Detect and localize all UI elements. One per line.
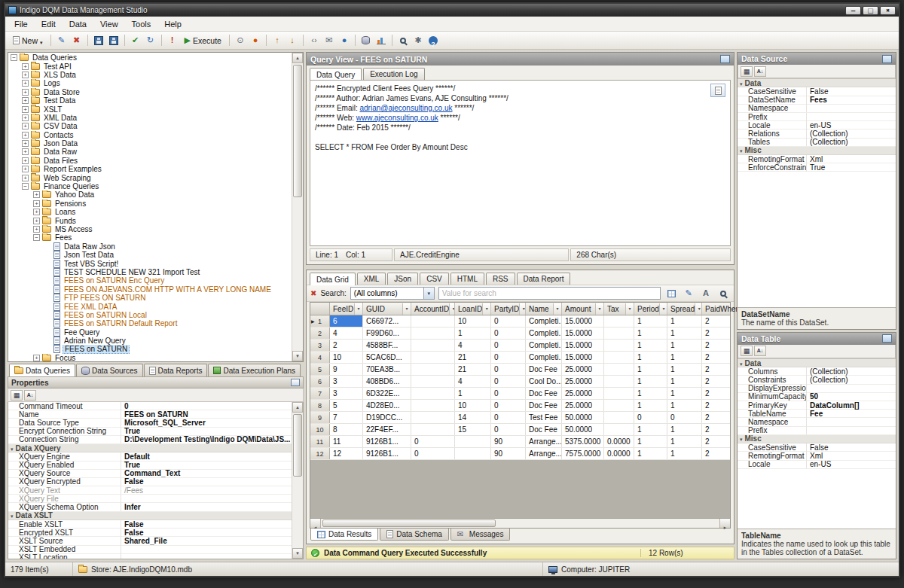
xml-icon[interactable]: ‹›	[307, 34, 321, 47]
tree-expander[interactable]: −	[22, 183, 29, 190]
grid-cell[interactable]: 1	[634, 340, 667, 351]
editor-edit-button[interactable]	[710, 84, 725, 97]
menu-data[interactable]: Data	[63, 18, 93, 30]
tree-item-yahoo-data[interactable]: +Yahoo Data	[8, 190, 292, 199]
grid-cell[interactable]: 0	[491, 376, 526, 387]
grid-cell[interactable]: 1	[667, 388, 702, 399]
grid-cell[interactable]: 4588BF...	[363, 340, 411, 351]
property-row-encrypt-connection-string[interactable]: Encrypt Connection StringTrue	[8, 428, 292, 436]
property-row-constraints[interactable]: Constraints(Collection)	[738, 376, 896, 384]
grid-cell[interactable]: 1	[634, 424, 667, 435]
tree-expander[interactable]: +	[22, 97, 29, 104]
tree-expander[interactable]: +	[22, 72, 29, 78]
grid-cell[interactable]: 2	[702, 400, 741, 411]
grid-cell[interactable]: 9	[330, 364, 363, 375]
property-row-prefix[interactable]: Prefix	[738, 427, 896, 435]
grid-cell[interactable]: 0	[491, 400, 526, 411]
row-header[interactable]: 1	[310, 315, 330, 327]
column-filter-icon[interactable]	[519, 303, 526, 315]
property-row-namespace[interactable]: Namespace	[738, 105, 896, 113]
alphabetical-icon[interactable]	[754, 346, 766, 356]
grid-cell[interactable]: Test Fee	[526, 412, 562, 423]
property-row-xslt-location[interactable]: XSLT Location	[8, 554, 292, 559]
grid-cell[interactable]: 2	[702, 364, 741, 375]
properties-panel-icon[interactable]	[291, 379, 300, 386]
tab-data-reports[interactable]: Data Reports	[144, 364, 208, 376]
grid-cell[interactable]: 1	[634, 448, 667, 459]
grid-cell[interactable]: 1	[634, 436, 667, 447]
grid-cell[interactable]: 8	[330, 424, 363, 435]
menu-edit[interactable]: Edit	[35, 18, 63, 30]
property-row-xslt-source[interactable]: XSLT SourceShared_File	[8, 537, 292, 545]
tab-html[interactable]: HTML	[450, 273, 484, 285]
scroll-thumb[interactable]	[293, 414, 302, 477]
grid-cell[interactable]: 1	[667, 340, 702, 351]
delete-icon[interactable]: ✖	[70, 34, 84, 47]
chevron-down-icon[interactable]	[423, 288, 434, 299]
property-row-casesensitive[interactable]: CaseSensitiveFalse	[738, 87, 896, 96]
categorized-icon[interactable]	[741, 346, 753, 356]
tree-expander[interactable]: +	[22, 80, 29, 87]
property-row-remotingformat[interactable]: RemotingFormatXml	[738, 452, 896, 460]
property-row-namespace[interactable]: Namespace	[738, 418, 896, 426]
column-header-guid[interactable]: GUID	[363, 303, 411, 315]
tree-expander[interactable]: +	[33, 191, 40, 198]
property-row-xquery-file[interactable]: XQuery File	[8, 495, 292, 503]
tree-expander[interactable]: +	[22, 106, 29, 113]
help-icon[interactable]	[426, 34, 440, 47]
column-filter-icon[interactable]	[402, 303, 411, 315]
alphabetical-icon[interactable]	[754, 66, 766, 77]
menu-tools[interactable]: Tools	[125, 18, 158, 30]
grid-cell[interactable]: 1	[634, 364, 667, 375]
grid-cell[interactable]: Doc Fee	[526, 400, 562, 411]
column-header-tax[interactable]: Tax	[604, 303, 634, 315]
tree-expander[interactable]: +	[33, 355, 40, 361]
scroll-track[interactable]	[321, 519, 719, 528]
tree-expander[interactable]: +	[22, 63, 29, 70]
settings-icon[interactable]: ✱	[411, 34, 425, 47]
grid-cell[interactable]: 21	[455, 352, 491, 363]
grid-cell[interactable]	[604, 424, 634, 435]
grid-cell[interactable]: 90	[491, 448, 526, 459]
grid-cell[interactable]	[604, 376, 634, 387]
export-icon[interactable]: ↑	[270, 34, 284, 47]
property-row-enable-xslt[interactable]: Enable XSLTFalse	[8, 520, 292, 529]
property-row-datasetname[interactable]: DataSetNameFees	[738, 96, 896, 105]
grid-cell[interactable]: 0.0000	[604, 448, 634, 459]
grid-cell[interactable]: 1	[667, 448, 702, 459]
property-row-locale[interactable]: Localeen-US	[738, 121, 896, 129]
grid-cell[interactable]: 2	[702, 388, 741, 399]
property-row-columns[interactable]: Columns(Collection)	[738, 367, 896, 376]
grid-cell[interactable]	[604, 352, 634, 363]
tree-expander[interactable]: +	[33, 226, 40, 233]
clear-search-icon[interactable]: ✖	[310, 289, 316, 297]
property-row-locale[interactable]: Localeen-US	[738, 461, 896, 469]
property-row-tables[interactable]: Tables(Collection)	[738, 139, 896, 147]
grid-cell[interactable]: 5CAC6D...	[363, 352, 411, 363]
grid-cell[interactable]	[604, 364, 634, 375]
tree-item-data-raw[interactable]: +Data Raw	[8, 148, 292, 156]
grid-cell[interactable]: 4	[455, 376, 491, 387]
grid-cell[interactable]: Arrange...	[526, 448, 562, 459]
alphabetical-icon[interactable]	[24, 390, 36, 401]
grid-cell[interactable]: 9126B1...	[363, 448, 411, 459]
tree-item-test-vbs-script[interactable]: Test VBS Script!	[8, 259, 292, 267]
grid-cell[interactable]: 25.0000	[562, 400, 604, 411]
property-row-xquery-enabled[interactable]: XQuery EnabledTrue	[8, 462, 292, 470]
grid-cell[interactable]: C66972...	[363, 315, 411, 327]
grid-cell[interactable]: D19DCC...	[363, 412, 411, 423]
tree-expander[interactable]: +	[33, 200, 40, 207]
property-row-tablename[interactable]: TableNameFee	[738, 410, 896, 418]
database-icon[interactable]	[359, 34, 373, 47]
data-source-panel-icon[interactable]	[882, 55, 892, 63]
grid-cell[interactable]: 0	[491, 328, 526, 339]
grid-cell[interactable]: 0	[491, 352, 526, 363]
grid-cell[interactable]	[411, 315, 455, 327]
menu-view[interactable]: View	[93, 18, 125, 30]
property-category-data-xquery[interactable]: Data XQuery	[8, 444, 292, 452]
grid-cell[interactable]: 10	[330, 352, 363, 363]
grid-cell[interactable]	[604, 412, 634, 423]
scroll-right-button[interactable]	[719, 519, 730, 528]
stop-icon[interactable]: ●	[249, 34, 262, 47]
tree-item-fees-on-saturn-default-report[interactable]: FEES on SATURN Default Report	[8, 319, 292, 328]
